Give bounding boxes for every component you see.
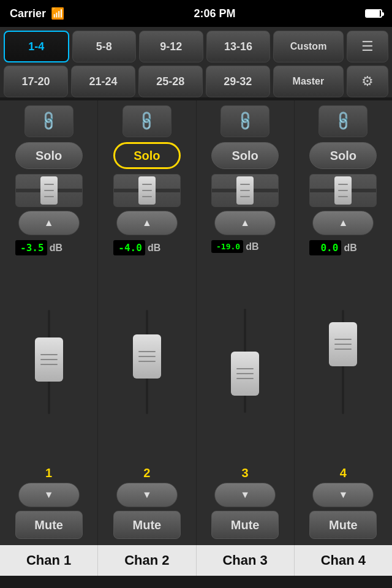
chan-number-1: 1	[45, 466, 52, 480]
channel-2: 🔗 Solo ▲ -4.0 dB	[98, 100, 196, 545]
chan-label-2[interactable]: Chan 2	[98, 545, 196, 576]
link-icon-2: 🔗	[135, 110, 158, 132]
pan-slider-4[interactable]	[309, 174, 377, 207]
mute-btn-2[interactable]: Mute	[113, 511, 181, 539]
time-display: 2:06 PM	[194, 7, 236, 20]
link-btn-3[interactable]: 🔗	[221, 105, 270, 137]
arrow-up-btn-1[interactable]: ▲	[18, 211, 80, 235]
nav-btn-1-4[interactable]: 1-4	[4, 31, 69, 62]
solo-btn-1[interactable]: Solo	[15, 142, 83, 169]
db-display-4: 0.0 dB	[309, 240, 377, 255]
link-icon-1: 🔗	[37, 110, 60, 132]
fader-1[interactable]	[2, 258, 95, 466]
chan-number-4: 4	[340, 466, 347, 480]
nav-btn-25-28[interactable]: 25-28	[138, 66, 203, 97]
battery-icon	[365, 9, 382, 18]
mixer: 🔗 Solo ▲ -3.5 dB	[0, 100, 392, 545]
arrow-down-btn-4[interactable]: ▼	[312, 483, 374, 507]
fader-4[interactable]	[297, 258, 390, 466]
db-display-1: -3.5 dB	[15, 240, 83, 255]
link-icon-4: 🔗	[332, 110, 355, 132]
nav-btn-5-8[interactable]: 5-8	[72, 31, 137, 62]
nav-btn-21-24[interactable]: 21-24	[71, 66, 135, 97]
nav-btn-custom[interactable]: Custom	[273, 31, 344, 62]
nav-btn-9-12[interactable]: 9-12	[139, 31, 203, 62]
nav-btn-master[interactable]: Master	[273, 66, 344, 97]
db-label-4: dB	[344, 243, 356, 254]
channel-label-bar: Chan 1 Chan 2 Chan 3 Chan 4	[0, 545, 392, 576]
fader-3[interactable]	[199, 255, 292, 466]
channel-3: 🔗 Solo ▲ -19.0 dB	[197, 100, 295, 545]
solo-btn-3[interactable]: Solo	[211, 142, 279, 169]
arrow-down-btn-1[interactable]: ▼	[18, 483, 80, 507]
chan-number-2: 2	[143, 466, 150, 480]
db-display-3: -19.0 dB	[211, 240, 279, 253]
db-label-1: dB	[50, 243, 62, 254]
link-btn-2[interactable]: 🔗	[123, 105, 172, 137]
channel-1: 🔗 Solo ▲ -3.5 dB	[0, 100, 98, 545]
nav-btn-13-16[interactable]: 13-16	[206, 31, 271, 62]
arrow-down-btn-3[interactable]: ▼	[214, 483, 276, 507]
db-value-3: -19.0	[211, 240, 243, 253]
chan-label-1[interactable]: Chan 1	[0, 545, 98, 576]
carrier-label: Carrier	[10, 7, 46, 20]
chan-number-3: 3	[242, 466, 249, 480]
db-display-2: -4.0 dB	[113, 240, 181, 255]
nav-row-1: 1-4 5-8 9-12 13-16 Custom ☰	[4, 31, 388, 62]
db-value-2: -4.0	[113, 240, 145, 255]
nav-btn-17-20[interactable]: 17-20	[4, 66, 68, 97]
mute-btn-1[interactable]: Mute	[15, 511, 83, 539]
mute-btn-3[interactable]: Mute	[211, 511, 279, 539]
arrow-down-btn-2[interactable]: ▼	[116, 483, 178, 507]
fader-2[interactable]	[100, 258, 193, 466]
nav-btn-29-32[interactable]: 29-32	[206, 66, 270, 97]
db-label-2: dB	[148, 243, 160, 254]
arrow-up-btn-4[interactable]: ▲	[312, 211, 374, 235]
solo-btn-2[interactable]: Solo	[113, 142, 181, 169]
pan-slider-2[interactable]	[113, 174, 181, 207]
link-icon-3: 🔗	[233, 110, 256, 132]
arrow-up-btn-3[interactable]: ▲	[214, 211, 276, 235]
chan-label-4[interactable]: Chan 4	[295, 545, 392, 576]
db-value-1: -3.5	[15, 240, 47, 255]
db-value-4: 0.0	[309, 240, 341, 255]
pan-slider-3[interactable]	[211, 174, 279, 207]
nav-row-2: 17-20 21-24 25-28 29-32 Master ⚙	[4, 66, 388, 97]
status-bar: Carrier 📶 2:06 PM	[0, 0, 392, 27]
gear-icon: ⚙	[361, 74, 374, 89]
menu-button[interactable]: ☰	[347, 31, 388, 62]
db-label-3: dB	[246, 241, 258, 252]
chan-label-3[interactable]: Chan 3	[197, 545, 295, 576]
hamburger-icon: ☰	[361, 39, 374, 55]
pan-slider-1[interactable]	[15, 174, 83, 207]
mute-btn-4[interactable]: Mute	[309, 511, 377, 539]
settings-button[interactable]: ⚙	[347, 66, 388, 97]
link-btn-1[interactable]: 🔗	[24, 105, 74, 137]
link-btn-4[interactable]: 🔗	[318, 105, 368, 137]
wifi-icon: 📶	[51, 7, 64, 20]
arrow-up-btn-2[interactable]: ▲	[116, 211, 178, 235]
solo-btn-4[interactable]: Solo	[309, 142, 377, 169]
nav-container: 1-4 5-8 9-12 13-16 Custom ☰ 17-20 21-24 …	[0, 27, 392, 97]
channel-4: 🔗 Solo ▲ 0.0 dB	[295, 100, 392, 545]
